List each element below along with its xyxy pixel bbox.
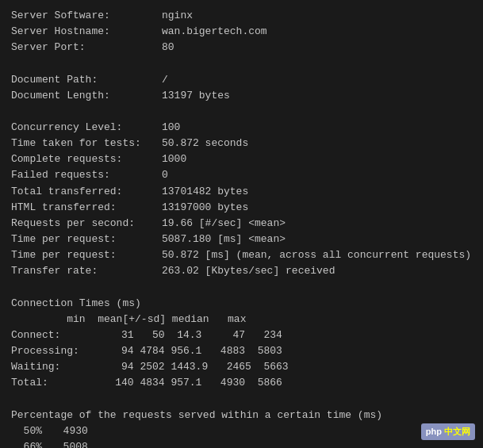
time-taken-label: Time taken for tests: [11,136,162,151]
php-badge-text: php [426,427,442,436]
processing-values: 94 4784 956.1 4883 5803 [90,343,282,359]
doc-path-line: Document Path: / [11,72,472,88]
pct-label: 66% [11,439,51,448]
complete-requests-label: Complete requests: [11,151,162,167]
concurrency-value: 100 [162,120,180,136]
conn-header-line: min mean[+/-sd] median max [11,312,472,327]
time-per-req1-line: Time per request: 5087.180 [ms] <mean> [11,232,472,247]
server-hostname-line: Server Hostname: wan.bigertech.com [11,24,472,40]
total-transferred-line: Total transferred: 13701482 bytes [11,184,472,200]
failed-requests-label: Failed requests: [11,167,162,183]
total-label: Total: [11,375,90,391]
waiting-row: Waiting: 94 2502 1443.9 2465 5663 [11,359,472,375]
connect-values: 31 50 14.3 47 234 [90,327,282,343]
percentages-container: 50% 4930 66% 5008 75% 5164 80% 5366 90% … [11,423,472,448]
time-per-req2-line: Time per request: 50.872 [ms] (mean, acr… [11,247,472,263]
time-taken-value: 50.872 seconds [162,136,248,151]
server-port-line: Server Port: 80 [11,40,472,56]
doc-path-value: / [162,72,168,88]
connect-row: Connect: 31 50 14.3 47 234 [11,327,472,343]
pct-row: 50% 4930 [11,423,472,439]
req-per-sec-label: Requests per second: [11,216,162,232]
waiting-values: 94 2502 1443.9 2465 5663 [90,359,289,375]
blank-1 [11,56,472,71]
html-transferred-label: HTML transferred: [11,200,162,216]
server-hostname-label: Server Hostname: [11,24,162,40]
pct-row: 66% 5008 [11,439,472,448]
time-per-req1-value: 5087.180 [ms] <mean> [162,232,286,247]
blank-2 [11,104,472,120]
pct-value: 4930 [51,423,88,439]
blank-4 [11,391,472,407]
total-transferred-label: Total transferred: [11,184,162,200]
pct-label: 50% [11,423,51,439]
processing-row: Processing: 94 4784 956.1 4883 5803 [11,343,472,359]
time-taken-line: Time taken for tests: 50.872 seconds [11,136,472,151]
transfer-rate-label: Transfer rate: [11,263,162,279]
processing-label: Processing: [11,343,90,359]
percentages-title: Percentage of the requests served within… [11,408,472,423]
doc-length-label: Document Length: [11,88,162,104]
failed-requests-value: 0 [162,167,168,183]
connect-label: Connect: [11,327,90,343]
total-transferred-value: 13701482 bytes [162,184,248,200]
concurrency-label: Concurrency Level: [11,120,162,136]
html-transferred-value: 13197000 bytes [162,200,248,216]
connection-times-title: Connection Times (ms) [11,296,472,312]
server-software-label: Server Software: [11,8,162,24]
waiting-label: Waiting: [11,359,90,375]
cn-badge-text: 中文网 [444,427,470,436]
total-row: Total: 140 4834 957.1 4930 5866 [11,375,472,391]
server-software-line: Server Software: nginx [11,8,472,24]
transfer-rate-value: 263.02 [Kbytes/sec] received [162,263,335,279]
conn-header-values: min mean[+/-sd] median max [11,312,246,327]
pct-value: 5008 [51,439,88,448]
concurrency-line: Concurrency Level: 100 [11,120,472,136]
time-per-req2-label: Time per request: [11,247,162,263]
html-transferred-line: HTML transferred: 13197000 bytes [11,200,472,216]
server-port-label: Server Port: [11,40,162,56]
failed-requests-line: Failed requests: 0 [11,167,472,183]
server-software-value: nginx [162,8,193,24]
time-per-req2-value: 50.872 [ms] (mean, across all concurrent… [162,247,471,263]
blank-3 [11,279,472,295]
doc-length-value: 13197 bytes [162,88,230,104]
req-per-sec-line: Requests per second: 19.66 [#/sec] <mean… [11,216,472,232]
req-per-sec-value: 19.66 [#/sec] <mean> [162,216,286,232]
time-per-req1-label: Time per request: [11,232,162,247]
complete-requests-value: 1000 [162,151,186,167]
server-hostname-value: wan.bigertech.com [162,24,267,40]
total-values: 140 4834 957.1 4930 5866 [90,375,282,391]
doc-length-line: Document Length: 13197 bytes [11,88,472,104]
transfer-rate-line: Transfer rate: 263.02 [Kbytes/sec] recei… [11,263,472,279]
doc-path-label: Document Path: [11,72,162,88]
php-badge: php 中文网 [421,423,475,440]
complete-requests-line: Complete requests: 1000 [11,151,472,167]
server-port-value: 80 [162,40,174,56]
